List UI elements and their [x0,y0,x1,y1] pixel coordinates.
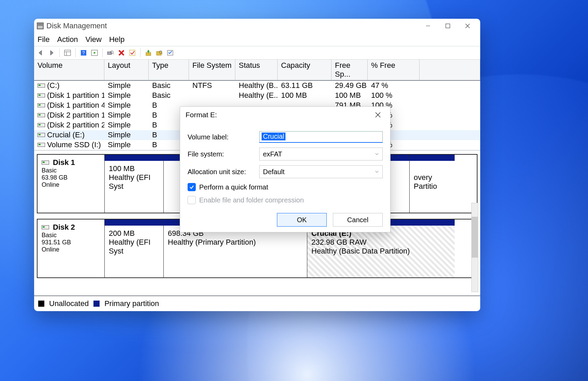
properties-icon[interactable] [166,48,175,57]
cell: (Disk 2 partition 1) [34,110,104,120]
col-freespace[interactable]: Free Sp... [332,60,368,80]
ok-button[interactable]: OK [277,213,327,227]
filesystem-select[interactable]: exFAT [259,148,383,161]
checkbox-unchecked-icon [188,196,196,204]
titlebar[interactable]: Disk Management [34,19,480,33]
col-volume[interactable]: Volume [34,60,104,80]
disk-icon [42,225,49,229]
cell: 63.11 GB [278,81,332,90]
disk-scrollbar[interactable] [471,203,478,292]
compression-label: Enable file and folder compression [199,196,304,204]
cell: Healthy (B... [235,81,278,90]
menubar: File Action View Help [34,33,480,46]
filesystem-label: File system: [188,150,259,158]
cell: (Disk 1 partition 4) [34,101,104,110]
play-list-icon[interactable] [90,48,99,57]
menu-action[interactable]: Action [57,35,78,44]
cell: (Disk 1 partition 1) [34,91,104,100]
cell: Simple [104,110,149,120]
cell: Crucial (E:) [34,130,104,140]
cell: Simple [104,91,149,100]
tree-view-icon[interactable] [63,48,72,57]
cell: Simple [104,120,149,130]
cell: 100 MB [332,91,368,100]
legend-primary-swatch [93,301,100,307]
cancel-button[interactable]: Cancel [333,213,383,227]
dialog-title: Format E: [186,111,217,119]
zoom-icon[interactable] [106,48,115,57]
delete-x-icon[interactable] [117,48,126,57]
cell: 29.49 GB [332,81,368,90]
cell: Simple [104,101,149,110]
disk-icon [38,123,45,127]
cell: (Disk 2 partition 2) [34,120,104,130]
forward-arrow-icon[interactable] [47,48,56,57]
col-layout[interactable]: Layout [104,60,149,80]
svg-rect-1 [446,24,450,28]
cell: Healthy (E... [235,91,278,100]
chevron-down-icon [375,170,379,174]
cell: Simple [104,140,149,150]
partition[interactable]: 200 MBHealthy (EFI Syst [105,219,164,277]
col-type[interactable]: Type [149,60,189,80]
legend: Unallocated Primary partition [34,295,480,311]
menu-file[interactable]: File [38,35,49,44]
col-pctfree[interactable]: % Free [368,60,420,80]
format-dialog: Format E: Volume label: Crucial File sys… [180,106,391,232]
cell: Basic [149,91,189,100]
close-button[interactable] [458,19,477,33]
col-filesystem[interactable]: File System [189,60,235,80]
menu-help[interactable]: Help [109,35,124,44]
disk-icon [38,113,45,117]
partition[interactable]: 100 MBHealthy (EFI Syst [105,155,164,213]
volume-grid-header: Volume Layout Type File System Status Ca… [34,60,480,81]
disk-icon [38,143,45,147]
legend-primary-label: Primary partition [104,299,159,308]
svg-line-19 [162,53,163,54]
cell: 100 MB [278,91,332,100]
col-spacer [420,60,480,80]
cell: (C:) [34,81,104,90]
compression-checkbox[interactable]: Enable file and folder compression [188,196,383,204]
check-icon[interactable] [128,48,137,57]
cell: Simple [104,81,149,90]
svg-rect-15 [130,50,135,56]
quick-format-label: Perform a quick format [199,183,268,191]
cell: 100 % [368,91,420,100]
cell: 47 % [368,81,420,90]
svg-rect-4 [64,50,71,56]
cell: Simple [104,130,149,140]
checkbox-checked-icon [188,183,196,191]
volume-label-input[interactable]: Crucial [259,131,383,143]
minimize-button[interactable] [418,19,438,33]
disk-icon [42,161,49,165]
disk-icon [38,133,45,137]
volume-label-label: Volume label: [188,133,259,141]
cell: Volume SSD (I:) [34,140,104,150]
quick-format-checkbox[interactable]: Perform a quick format [188,183,383,191]
chevron-down-icon [375,152,379,156]
app-icon [37,22,44,29]
disk-header[interactable]: Disk 2Basic931.51 GBOnline [38,219,105,277]
window-title: Disk Management [46,21,107,30]
legend-unallocated-swatch [38,301,44,307]
volume-row[interactable]: (C:)SimpleBasicNTFSHealthy (B...63.11 GB… [34,81,480,91]
maximize-button[interactable] [438,19,458,33]
dialog-close-button[interactable] [371,108,385,122]
cell: Basic [149,81,189,90]
disk-header[interactable]: Disk 1Basic63.98 GBOnline [38,155,105,213]
col-capacity[interactable]: Capacity [278,60,332,80]
menu-view[interactable]: View [86,35,102,44]
allocation-unit-label: Allocation unit size: [188,168,259,176]
volume-row[interactable]: (Disk 1 partition 1)SimpleBasicHealthy (… [34,91,480,101]
back-arrow-icon[interactable] [36,48,45,57]
upload-icon[interactable] [144,48,153,57]
help-icon[interactable]: ? [79,48,88,57]
cell [189,91,235,100]
search-folder-icon[interactable] [155,48,164,57]
col-status[interactable]: Status [235,60,278,80]
allocation-unit-select[interactable]: Default [259,165,383,178]
legend-unallocated-label: Unallocated [49,299,89,308]
dialog-titlebar[interactable]: Format E: [180,107,390,123]
partition[interactable]: overy Partitio [410,155,455,213]
